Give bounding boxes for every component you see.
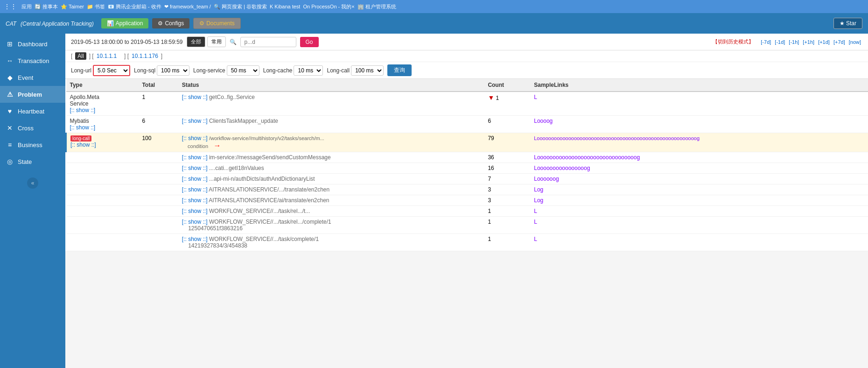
- sample-link[interactable]: Loooooog: [534, 176, 559, 182]
- col-status: Status: [178, 79, 484, 92]
- total-cell: [138, 217, 178, 234]
- query-button[interactable]: 查询: [387, 64, 412, 76]
- shortcut-minus1h[interactable]: [-1h]: [787, 38, 800, 46]
- long-service-select[interactable]: 50 ms 100 ms 200 ms: [227, 65, 259, 76]
- long-url-select[interactable]: 5.0 Sec 1.0 Sec 2.0 Sec 10.0 Sec: [93, 65, 130, 76]
- long-sql-select[interactable]: 100 ms 50 ms 200 ms: [157, 65, 189, 76]
- sample-links-cell: Loooooog: [530, 174, 868, 184]
- ip-all-tag[interactable]: All: [75, 52, 86, 60]
- sidebar-item-transaction[interactable]: ↔ Transaction: [0, 52, 65, 69]
- app-title: CAT (Central Application Tracking): [6, 19, 94, 28]
- ip-tag-1[interactable]: 10.1.1.1: [97, 53, 117, 59]
- browser-tab[interactable]: 🔍 网页搜索 | 谷歌搜索: [214, 3, 267, 10]
- sample-links-cell: Log: [530, 195, 868, 206]
- go-button[interactable]: Go: [300, 37, 319, 47]
- sidebar-item-cross[interactable]: ✕ Cross: [0, 120, 65, 136]
- shortcut-plus7d[interactable]: [+7d]: [832, 38, 847, 46]
- count-cell: 36: [484, 152, 530, 163]
- sidebar-item-heartbeat[interactable]: ♥ Heartbeat: [0, 103, 65, 120]
- browser-tab[interactable]: K Kibana test: [270, 4, 300, 9]
- sample-link[interactable]: L: [534, 219, 537, 225]
- sample-link[interactable]: Loooooooooooooooooooooooooooooooog: [534, 154, 640, 161]
- sample-links-cell: Log: [530, 184, 868, 195]
- all-filter-button[interactable]: 全部: [187, 36, 205, 47]
- status-show-link[interactable]: [:: show ::]: [182, 219, 208, 225]
- status-cell: [:: show ::] ...api-mi-n/authDicts/authA…: [178, 174, 484, 184]
- business-icon: ≡: [6, 141, 14, 149]
- browser-tab[interactable]: ⭐ Taimer: [61, 4, 84, 10]
- cross-icon: ✕: [6, 124, 14, 132]
- table-row: [:: show ::] AITRANSLATIONSERVICE/ai/tra…: [66, 195, 868, 206]
- sample-link[interactable]: L: [534, 236, 537, 242]
- configs-button[interactable]: ⚙ Configs: [152, 18, 189, 28]
- browser-tab[interactable]: On ProcessOn - 我的×: [303, 3, 354, 10]
- documents-button[interactable]: ⚙ Documents: [193, 18, 241, 29]
- type-cell: [66, 234, 139, 251]
- status-show-link[interactable]: [:: show ::]: [182, 186, 208, 193]
- count-cell: 1: [484, 206, 530, 217]
- status-cell: [:: show ::] WORKFLOW_SERVICE//.../task/…: [178, 217, 484, 234]
- browser-tab[interactable]: 🏢 租户管理系统: [357, 3, 396, 10]
- status-show-link[interactable]: [:: show ::]: [182, 176, 208, 182]
- sidebar-collapse-button[interactable]: «: [27, 177, 38, 189]
- sidebar-item-event[interactable]: ◆ Event: [0, 69, 65, 86]
- long-cache-select[interactable]: 10 ms 5 ms 20 ms: [294, 65, 323, 76]
- show-link[interactable]: [:: show ::]: [70, 124, 96, 131]
- sample-link[interactable]: Loooooooooooooooog: [534, 165, 590, 171]
- common-filter-button[interactable]: 常用: [207, 36, 226, 47]
- browser-bar: ⋮⋮ 应用 🔄 推事本 ⭐ Taimer 📁 书签 📧 腾讯企业邮箱 - 收件 …: [0, 0, 868, 13]
- sample-link[interactable]: Loooog: [534, 118, 553, 124]
- sidebar-item-problem[interactable]: ⚠ Problem: [0, 86, 65, 103]
- status-show-link[interactable]: [:: show ::]: [182, 154, 208, 161]
- sample-links-cell: Loooog: [530, 116, 868, 133]
- status-show-link[interactable]: [:: show ::]: [182, 94, 208, 100]
- sidebar-item-state[interactable]: ◎ State: [0, 153, 65, 170]
- total-cell: [138, 163, 178, 174]
- long-sql-filter: Long-sql 100 ms 50 ms 200 ms: [134, 65, 189, 76]
- long-cache-filter: Long-cache 10 ms 5 ms 20 ms: [263, 65, 323, 76]
- application-button[interactable]: 📊 Application: [101, 18, 149, 28]
- shortcut-minus7d[interactable]: [-7d]: [759, 38, 772, 46]
- sample-links-cell: L: [530, 217, 868, 234]
- show-link[interactable]: [:: show ::]: [70, 142, 96, 148]
- sample-links-cell: Loooooooooooooooog: [530, 163, 868, 174]
- sample-link[interactable]: L: [534, 208, 537, 214]
- table-row: long-call [:: show ::] 100 [:: show ::] …: [66, 133, 868, 152]
- status-show-link[interactable]: [:: show ::]: [182, 118, 208, 124]
- status-cell: [:: show ::] AITRANSLATIONSERVICE/ai/tra…: [178, 195, 484, 206]
- sample-link[interactable]: Log: [534, 197, 543, 204]
- status-show-link[interactable]: [:: show ::]: [182, 236, 208, 242]
- shortcut-now[interactable]: [now]: [847, 38, 862, 46]
- show-link[interactable]: [:: show ::]: [70, 107, 96, 113]
- shortcut-plus1d[interactable]: [+1d]: [817, 38, 831, 46]
- sample-links-cell: Looooooooooooooooooooooooooooooooooooooo…: [530, 133, 868, 152]
- transaction-icon: ↔: [6, 57, 14, 64]
- count-cell: 79: [484, 133, 530, 152]
- long-call-select[interactable]: 100 ms 50 ms 200 ms: [351, 65, 384, 76]
- sidebar-item-dashboard[interactable]: ⊞ Dashboard: [0, 35, 65, 52]
- ip-tag-2[interactable]: 10.1.1.176: [132, 53, 158, 59]
- sample-link[interactable]: L: [534, 94, 537, 100]
- browser-tab[interactable]: 应用: [21, 3, 32, 10]
- browser-tab[interactable]: 📧 腾讯企业邮箱 - 收件: [108, 3, 161, 10]
- browser-tab[interactable]: 📁 书签: [87, 3, 105, 10]
- search-icon: 🔍: [230, 39, 237, 45]
- status-show-link[interactable]: [:: show ::]: [182, 165, 208, 171]
- history-mode-link[interactable]: 【切到历史模式】: [713, 38, 754, 45]
- sample-link[interactable]: Log: [534, 186, 543, 193]
- status-show-link[interactable]: [:: show ::]: [182, 208, 208, 214]
- gear-icon: ⚙: [158, 20, 163, 27]
- shortcut-plus1h[interactable]: [+1h]: [801, 38, 816, 46]
- table-row: [:: show ::] im-service://messageSend/se…: [66, 152, 868, 163]
- sidebar-item-business[interactable]: ≡ Business: [0, 136, 65, 153]
- browser-tab[interactable]: ❤ framework_team /: [164, 4, 211, 10]
- status-show-link[interactable]: [:: show ::]: [182, 135, 208, 142]
- star-button[interactable]: ★ Star: [833, 18, 862, 29]
- shortcut-minus1d[interactable]: [-1d]: [773, 38, 786, 46]
- browser-tab[interactable]: 🔄 推事本: [35, 3, 58, 10]
- long-url-filter: Long-url 5.0 Sec 1.0 Sec 2.0 Sec 10.0 Se…: [71, 65, 130, 76]
- status-show-link[interactable]: [:: show ::]: [182, 197, 208, 204]
- sample-link[interactable]: Looooooooooooooooooooooooooooooooooooooo…: [534, 135, 700, 141]
- search-input[interactable]: [240, 37, 296, 47]
- dashboard-icon: ⊞: [6, 40, 14, 48]
